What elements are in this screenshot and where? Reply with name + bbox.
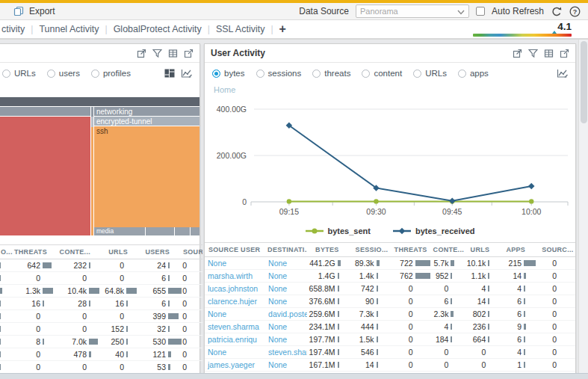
column-header[interactable]: O...	[0, 245, 13, 259]
value-bar	[377, 336, 378, 342]
tab-ctivity[interactable]: ctivity	[1, 20, 31, 38]
add-tab-button[interactable]: +	[273, 22, 292, 36]
value-cell: 0	[56, 361, 102, 374]
user-link[interactable]: None	[268, 284, 287, 293]
value-cell: 7.0k	[56, 336, 102, 348]
radio-apps[interactable]: apps	[458, 69, 489, 78]
value-cell: 0	[182, 259, 202, 272]
legend-item-bytes_received[interactable]: bytes_received	[393, 227, 475, 235]
link-cell: lucas.johnston	[205, 283, 265, 295]
treemap-group-networking[interactable]: networking	[94, 107, 199, 117]
line-chart-view-icon[interactable]	[181, 69, 192, 78]
tab-ssl-activity[interactable]: SSL Activity	[210, 20, 271, 38]
user-link[interactable]: marsha.wirth	[208, 271, 253, 280]
user-link[interactable]: lucas.johnston	[208, 284, 258, 293]
value-cell: 0	[182, 298, 202, 310]
column-header[interactable]: THREATS	[393, 243, 432, 257]
treemap-root-band[interactable]	[0, 97, 199, 107]
column-header[interactable]: BYTES	[307, 243, 353, 257]
user-link[interactable]: patricia.enriqu	[208, 335, 257, 344]
treemap-cell-small[interactable]	[191, 227, 199, 235]
auto-refresh-checkbox[interactable]	[476, 7, 485, 16]
export-panel-icon[interactable]	[184, 49, 194, 58]
radio-label: URLs	[14, 69, 36, 78]
treemap-subgroup-encrypted-tunnel[interactable]: encrypted-tunnel	[94, 117, 199, 126]
column-header[interactable]: CONTE...	[56, 245, 102, 259]
open-new-icon[interactable]	[513, 49, 522, 58]
column-header[interactable]: SOURC...	[540, 243, 575, 257]
table-view-icon[interactable]	[544, 49, 554, 58]
series-bytes_received	[289, 126, 531, 201]
value-cell: 0	[540, 321, 575, 333]
user-link[interactable]: None	[208, 348, 226, 357]
treemap-cell-small[interactable]	[146, 227, 174, 235]
user-link[interactable]: None	[208, 309, 226, 318]
user-link[interactable]: james.yaeger	[208, 360, 255, 369]
treemap-view-icon[interactable]	[164, 69, 175, 78]
column-header[interactable]: URLS	[467, 243, 504, 257]
value-cell: 0	[102, 361, 140, 374]
value-cell: 14	[467, 295, 504, 308]
treemap-cell-small[interactable]	[175, 227, 190, 235]
filter-icon[interactable]	[152, 49, 162, 58]
application-treemap: networking encrypted-tunnel ssh media	[0, 97, 199, 235]
radio-urls[interactable]: URLs	[2, 69, 36, 78]
data-point	[374, 199, 378, 203]
user-link[interactable]: david.poster	[268, 309, 307, 318]
column-header[interactable]: THREATS	[13, 245, 56, 259]
help-icon[interactable]: ?	[569, 6, 581, 17]
cell-value: 32	[157, 324, 166, 333]
column-header[interactable]: APPS	[504, 243, 540, 257]
radio-bytes[interactable]: bytes	[212, 69, 245, 78]
cell-value: 0	[36, 324, 40, 333]
link-cell: patricia.enriqu	[205, 333, 265, 346]
user-link[interactable]: steven.sharma	[208, 322, 259, 331]
tab-tunnel-activity[interactable]: Tunnel Activity	[33, 20, 105, 38]
line-chart-view-icon[interactable]	[557, 69, 568, 78]
column-header[interactable]: DESTINATI...	[265, 243, 307, 257]
radio-sessions[interactable]: sessions	[256, 69, 302, 78]
user-link[interactable]: None	[268, 322, 287, 331]
vertical-scrollbar[interactable]	[578, 40, 588, 373]
user-link[interactable]: None	[268, 259, 287, 268]
table-row: 60478401210	[0, 348, 202, 361]
user-link[interactable]: None	[268, 271, 287, 280]
treemap-cell-ssh[interactable]: ssh	[94, 126, 199, 227]
column-header[interactable]: SOURCE USER	[205, 243, 265, 257]
treemap-group-left[interactable]	[0, 107, 90, 117]
user-link[interactable]: steven.shar...	[268, 348, 307, 357]
user-link[interactable]: None	[268, 335, 287, 344]
data-source-select[interactable]: Panorama	[356, 4, 469, 18]
treemap-cell-red[interactable]	[0, 117, 90, 235]
user-link[interactable]: clarence.hujer	[208, 297, 257, 306]
radio-users[interactable]: users	[47, 69, 80, 78]
column-header[interactable]: SOURC...	[182, 245, 202, 259]
column-header[interactable]: USERS	[140, 245, 182, 259]
export-button[interactable]: Export	[13, 6, 55, 16]
column-header[interactable]: SESSIO...	[354, 243, 393, 257]
export-panel-icon[interactable]	[560, 49, 569, 58]
user-link[interactable]: None	[268, 360, 287, 369]
user-link[interactable]: None	[268, 297, 287, 306]
radio-profiles[interactable]: profiles	[91, 69, 131, 78]
open-new-icon[interactable]	[137, 49, 146, 58]
value-bar	[126, 288, 137, 294]
radio-content[interactable]: content	[362, 69, 402, 78]
value-bar	[338, 324, 339, 330]
column-header[interactable]: CONTE...	[432, 243, 468, 257]
legend-item-bytes_sent[interactable]: bytes_sent	[306, 227, 371, 235]
column-header[interactable]: URLS	[102, 245, 140, 259]
breadcrumb[interactable]: Home	[205, 84, 575, 96]
value-cell: 0	[540, 270, 575, 283]
filter-icon[interactable]	[528, 49, 538, 58]
treemap-cell-media[interactable]: media	[94, 227, 145, 235]
scrollbar-thumb[interactable]	[581, 41, 587, 123]
value-bar	[338, 349, 339, 355]
value-cell: 4	[504, 346, 540, 359]
refresh-icon[interactable]	[551, 6, 563, 17]
radio-urls[interactable]: URLs	[413, 69, 447, 78]
tab-globalprotect-activity[interactable]: GlobalProtect Activity	[108, 20, 208, 38]
user-link[interactable]: None	[208, 259, 226, 268]
table-view-icon[interactable]	[168, 49, 178, 58]
radio-threats[interactable]: threats	[312, 69, 350, 78]
